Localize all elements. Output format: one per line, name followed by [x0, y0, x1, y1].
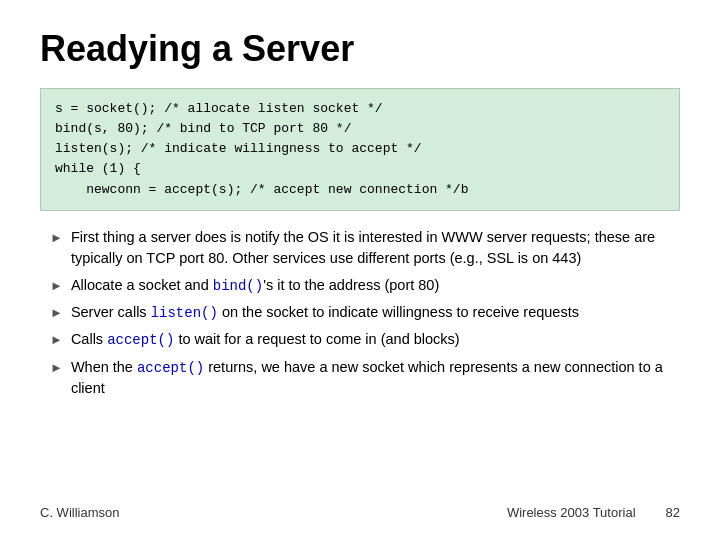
bullets-container: ► First thing a server does is notify th… — [40, 227, 680, 495]
bullet-item-3: ► Server calls listen() on the socket to… — [50, 302, 680, 323]
bullet-marker-1: ► — [50, 229, 63, 248]
footer: C. Williamson Wireless 2003 Tutorial 82 — [40, 495, 680, 520]
bullet-marker-4: ► — [50, 331, 63, 350]
bullet-marker-2: ► — [50, 277, 63, 296]
footer-author: C. Williamson — [40, 505, 119, 520]
bullet-item-5: ► When the accept() returns, we have a n… — [50, 357, 680, 399]
inline-code-listen: listen() — [151, 305, 218, 321]
bullet-marker-5: ► — [50, 359, 63, 378]
inline-code-bind: bind() — [213, 278, 263, 294]
footer-tutorial: Wireless 2003 Tutorial — [507, 505, 636, 520]
bullet-text-5: When the accept() returns, we have a new… — [71, 357, 680, 399]
code-line-4: while (1) { — [55, 159, 665, 179]
code-block: s = socket(); /* allocate listen socket … — [40, 88, 680, 211]
slide-title: Readying a Server — [40, 28, 680, 70]
code-line-5: newconn = accept(s); /* accept new conne… — [55, 180, 665, 200]
slide: Readying a Server s = socket(); /* alloc… — [0, 0, 720, 540]
inline-code-accept-1: accept() — [107, 332, 174, 348]
page-number: 82 — [666, 505, 680, 520]
bullet-item-2: ► Allocate a socket and bind()'s it to t… — [50, 275, 680, 296]
code-line-2: bind(s, 80); /* bind to TCP port 80 */ — [55, 119, 665, 139]
bullet-item-4: ► Calls accept() to wait for a request t… — [50, 329, 680, 350]
footer-right: Wireless 2003 Tutorial 82 — [507, 505, 680, 520]
inline-code-accept-2: accept() — [137, 360, 204, 376]
code-line-1: s = socket(); /* allocate listen socket … — [55, 99, 665, 119]
bullet-marker-3: ► — [50, 304, 63, 323]
bullet-text-2: Allocate a socket and bind()'s it to the… — [71, 275, 680, 296]
bullet-text-1: First thing a server does is notify the … — [71, 227, 680, 269]
code-line-3: listen(s); /* indicate willingness to ac… — [55, 139, 665, 159]
bullet-item-1: ► First thing a server does is notify th… — [50, 227, 680, 269]
bullet-text-4: Calls accept() to wait for a request to … — [71, 329, 680, 350]
bullet-text-3: Server calls listen() on the socket to i… — [71, 302, 680, 323]
